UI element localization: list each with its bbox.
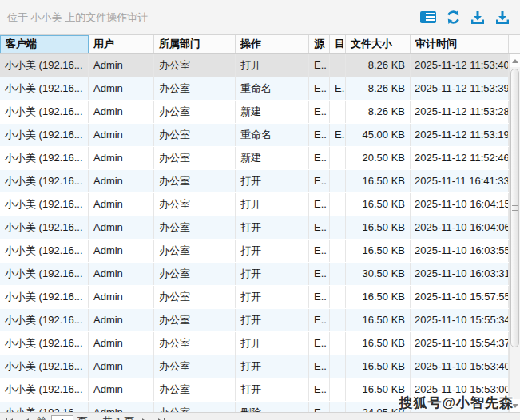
cell-user: Admin	[89, 378, 154, 401]
cell-client: 小小美 (192.16...	[0, 332, 89, 355]
cell-operation: 打开	[236, 355, 309, 378]
cell-audittime: 2025-11-10 16:04:15	[411, 193, 509, 216]
cell-audittime: 2025-11-11 16:41:33	[411, 170, 509, 192]
export-button[interactable]	[494, 10, 510, 26]
table-row[interactable]: 小小美 (192.16... Admin 办公室 重命名 E.. E.. 45.…	[0, 124, 509, 147]
pager-prefix-label: 第	[37, 415, 47, 420]
cell-operation: 打开	[236, 378, 309, 401]
cell-filesize: 16.50 KB	[346, 216, 411, 239]
last-page-button[interactable]	[155, 415, 168, 420]
cell-client: 小小美 (192.16...	[0, 309, 89, 331]
last-page-icon	[157, 417, 166, 420]
cell-target	[330, 332, 346, 355]
cell-operation: 打开	[236, 193, 309, 216]
refresh-icon	[446, 10, 461, 25]
cell-target	[330, 170, 346, 192]
cell-operation: 打开	[236, 54, 309, 77]
next-page-button[interactable]	[138, 415, 151, 420]
table-row[interactable]: 小小美 (192.16... Admin 办公室 打开 E.. 16.50 KB…	[0, 193, 509, 216]
table-row[interactable]: 小小美 (192.16... Admin 办公室 打开 E.. 16.50 KB…	[0, 355, 509, 378]
download-icon	[495, 10, 510, 25]
columns-icon	[420, 11, 436, 23]
cell-user: Admin	[89, 263, 154, 285]
cell-dept: 办公室	[154, 332, 236, 355]
table-body: 小小美 (192.16... Admin 办公室 打开 E.. 8.26 KB …	[0, 54, 509, 420]
refresh-button[interactable]	[445, 10, 461, 26]
page-number-input[interactable]	[51, 415, 73, 420]
cell-dept: 办公室	[154, 54, 236, 77]
cell-dept: 办公室	[154, 355, 236, 378]
watermark: 搜狐号@小智先森	[399, 394, 514, 412]
download-button[interactable]	[470, 10, 486, 26]
page-title: 位于 小小美 上的文件操作审计	[7, 10, 148, 25]
cell-filesize: 16.50 KB	[346, 193, 411, 216]
cell-target	[330, 286, 346, 308]
cell-source: E..	[309, 263, 330, 285]
thumb-grip-icon	[512, 205, 518, 211]
first-page-button[interactable]	[3, 415, 16, 420]
cell-user: Admin	[89, 170, 154, 192]
column-header-operation[interactable]: 操作	[236, 35, 309, 53]
vertical-scrollbar[interactable]	[509, 54, 520, 412]
table-row[interactable]: 小小美 (192.16... Admin 办公室 打开 E.. 8.26 KB …	[0, 54, 509, 77]
cell-filesize: 16.50 KB	[346, 332, 411, 355]
cell-client: 小小美 (192.16...	[0, 240, 89, 262]
column-header-client[interactable]: 客户端	[0, 35, 89, 53]
cell-audittime: 2025-11-10 15:54:37	[411, 332, 509, 355]
table-row[interactable]: 小小美 (192.16... Admin 办公室 新建 E.. 8.26 KB …	[0, 101, 509, 124]
cell-user: Admin	[89, 286, 154, 308]
cell-audittime: 2025-11-10 15:55:34	[411, 309, 509, 331]
cell-source: E..	[309, 355, 330, 378]
column-header-filesize[interactable]: 文件大小	[346, 35, 411, 53]
cell-client: 小小美 (192.16...	[0, 378, 89, 401]
table-row[interactable]: 小小美 (192.16... Admin 办公室 打开 E.. 16.50 KB…	[0, 170, 509, 193]
table-row[interactable]: 小小美 (192.16... Admin 办公室 打开 E.. 16.50 KB…	[0, 309, 509, 332]
cell-operation: 打开	[236, 216, 309, 239]
table-row[interactable]: 小小美 (192.16... Admin 办公室 重命名 E.. E.. 8.2…	[0, 77, 509, 101]
table-row[interactable]: 小小美 (192.16... Admin 办公室 打开 E.. 30.50 KB…	[0, 263, 509, 286]
cell-operation: 打开	[236, 286, 309, 308]
cell-client: 小小美 (192.16...	[0, 101, 89, 123]
column-header-source[interactable]: 源	[309, 35, 330, 53]
cell-client: 小小美 (192.16...	[0, 286, 89, 308]
cell-dept: 办公室	[154, 77, 236, 100]
column-header-audittime[interactable]: 审计时间	[411, 35, 509, 53]
prev-page-button[interactable]	[20, 415, 33, 420]
scrollbar-thumb[interactable]	[510, 69, 519, 347]
column-header-user[interactable]: 用户	[89, 35, 154, 53]
cell-client: 小小美 (192.16...	[0, 355, 89, 378]
column-header-spacer	[509, 35, 520, 53]
cell-user: Admin	[89, 147, 154, 169]
cell-source: E..	[309, 240, 330, 262]
cell-audittime: 2025-11-12 11:53:40	[411, 54, 509, 77]
table-row[interactable]: 小小美 (192.16... Admin 办公室 打开 E.. 16.50 KB…	[0, 240, 509, 263]
cell-filesize: 8.26 KB	[346, 54, 411, 77]
cell-source: E..	[309, 147, 330, 169]
pager-total-label: 共 1 页	[102, 415, 134, 420]
cell-user: Admin	[89, 240, 154, 262]
table-row[interactable]: 小小美 (192.16... Admin 办公室 打开 E.. 16.50 KB…	[0, 332, 509, 355]
toolbar-actions	[420, 10, 510, 26]
cell-filesize: 16.50 KB	[346, 286, 411, 308]
cell-source: E..	[309, 101, 330, 123]
cell-dept: 办公室	[154, 216, 236, 239]
column-header-dept[interactable]: 所属部门	[154, 35, 236, 53]
column-header-target[interactable]: 目	[330, 35, 346, 53]
cell-source: E..	[309, 170, 330, 192]
cell-target	[330, 147, 346, 169]
cell-user: Admin	[89, 77, 154, 100]
cell-target	[330, 378, 346, 401]
cell-target	[330, 54, 346, 77]
pagination-bar: 第 页， 共 1 页	[0, 412, 520, 420]
table-row[interactable]: 小小美 (192.16... Admin 办公室 新建 E.. 20.50 KB…	[0, 147, 509, 170]
cell-target	[330, 101, 346, 123]
table-row[interactable]: 小小美 (192.16... Admin 办公室 打开 E.. 16.50 KB…	[0, 286, 509, 309]
table-row[interactable]: 小小美 (192.16... Admin 办公室 打开 E.. 16.50 KB…	[0, 216, 509, 240]
cell-user: Admin	[89, 309, 154, 331]
cell-target	[330, 263, 346, 285]
scroll-up-button[interactable]	[510, 54, 520, 67]
cell-audittime: 2025-11-12 11:53:39	[411, 77, 509, 100]
columns-button[interactable]	[420, 10, 436, 26]
cell-dept: 办公室	[154, 170, 236, 192]
cell-filesize: 8.26 KB	[346, 77, 411, 100]
